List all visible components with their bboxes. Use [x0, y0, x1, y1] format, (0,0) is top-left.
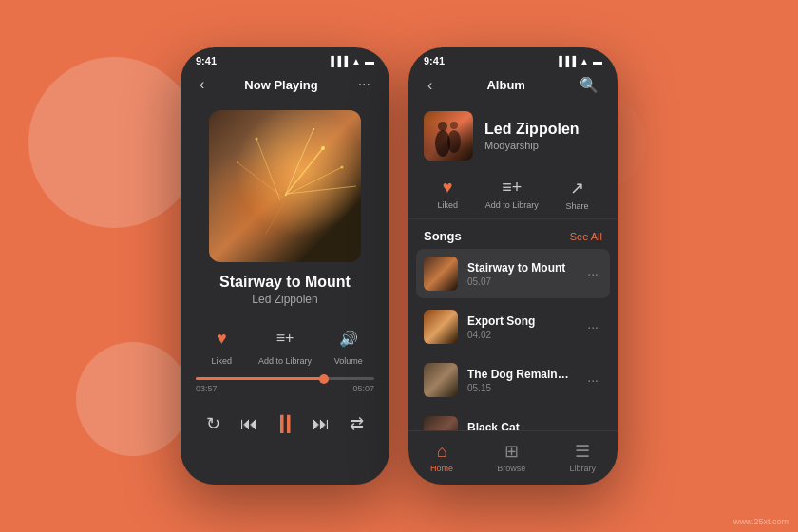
song-thumb [424, 416, 458, 430]
song-row-info: Stairway to Mount 05.07 [467, 261, 583, 287]
bottom-nav: ⌂ Home ⊞ Browse ☰ Library [408, 430, 618, 484]
time-labels: 03:57 05:07 [196, 384, 374, 393]
album-status-icons: ▐▐▐ ▲ ▬ [556, 56, 602, 66]
player-more-button[interactable]: ··· [354, 74, 374, 95]
signal-icon: ▐▐▐ [328, 56, 348, 66]
songs-header: Songs See All [408, 219, 618, 249]
album-text-info: Led Zippolen Modyarship [484, 121, 580, 151]
svg-point-7 [321, 146, 325, 150]
album-wifi-icon: ▲ [580, 56, 589, 66]
action-liked[interactable]: ♥ Liked [206, 323, 237, 366]
nav-item-home[interactable]: ⌂ Home [423, 440, 461, 475]
album-art-svg [424, 111, 473, 157]
album-back-button[interactable]: ‹ [424, 75, 436, 96]
time-total: 05:07 [352, 384, 374, 393]
song-row-duration: 05.15 [467, 383, 583, 393]
player-status-bar: 9:41 ▐▐▐ ▲ ▬ [180, 48, 390, 70]
svg-point-9 [313, 128, 314, 130]
album-actions: ♥ Liked ≡+ Add to Library ↗ Share [408, 168, 618, 219]
action-add-library[interactable]: ≡+ Add to Library [258, 323, 312, 366]
player-song-info: Stairway to Mount Led Zippolen [180, 274, 390, 315]
svg-point-13 [447, 130, 461, 153]
play-pause-button[interactable]: ⏸ [270, 408, 300, 439]
svg-point-15 [450, 122, 458, 129]
player-album-art [209, 110, 361, 262]
player-phone: 9:41 ▐▐▐ ▲ ▬ ‹ Now Playing ··· [180, 48, 390, 484]
volume-icon: 🔊 [333, 323, 364, 353]
song-row-more-button[interactable]: ··· [583, 369, 602, 391]
next-button[interactable]: ⏭ [306, 408, 336, 439]
song-row[interactable]: Stairway to Mount 05.07 ··· [416, 249, 610, 298]
liked-label: Liked [212, 356, 233, 366]
svg-point-11 [237, 162, 238, 163]
wifi-icon: ▲ [352, 56, 361, 66]
action-volume[interactable]: 🔊 Volume [333, 323, 364, 366]
player-status-icons: ▐▐▐ ▲ ▬ [328, 56, 374, 66]
song-row[interactable]: Export Song 04.02 ··· [416, 302, 610, 352]
player-back-button[interactable]: ‹ [196, 74, 208, 95]
browse-nav-label: Browse [497, 464, 525, 473]
song-row-info: Black Cat 05.07 [467, 421, 583, 431]
alb-heart-icon: ♥ [443, 178, 453, 198]
song-list: Stairway to Mount 05.07 ··· Export Song … [408, 249, 618, 430]
svg-point-8 [341, 166, 344, 169]
svg-point-10 [256, 138, 258, 141]
alb-library-icon: ≡+ [502, 178, 522, 198]
song-thumb [424, 256, 458, 291]
svg-line-4 [238, 162, 283, 198]
album-status-bar: 9:41 ▐▐▐ ▲ ▬ [408, 48, 618, 70]
album-thumbnail [424, 111, 473, 161]
song-row-more-button[interactable]: ··· [583, 262, 602, 285]
player-header: ‹ Now Playing ··· [180, 70, 390, 103]
player-action-bar: ♥ Liked ≡+ Add to Library 🔊 Volume [180, 315, 390, 373]
song-row-more-button[interactable]: ··· [583, 315, 602, 338]
time-current: 03:57 [196, 384, 218, 393]
alb-action-share[interactable]: ↗ Share [566, 178, 589, 211]
album-info-section: Led Zippolen Modyarship [408, 104, 618, 168]
album-battery-icon: ▬ [593, 56, 602, 66]
progress-bar[interactable] [196, 377, 374, 380]
song-row-duration: 04.02 [467, 330, 583, 340]
album-search-button[interactable]: 🔍 [576, 74, 602, 96]
nav-item-browse[interactable]: ⊞ Browse [489, 439, 533, 475]
see-all-button[interactable]: See All [570, 231, 602, 242]
song-row-name: Black Cat [467, 421, 572, 431]
shuffle-button[interactable]: ⇄ [341, 408, 371, 439]
progress-fill [196, 377, 324, 380]
song-row-name: Stairway to Mount [467, 261, 572, 275]
album-header-title: Album [486, 78, 524, 92]
svg-line-6 [266, 200, 285, 234]
prev-button[interactable]: ⏮ [234, 408, 264, 439]
song-thumb [424, 363, 458, 397]
song-row-name: Export Song [467, 314, 572, 328]
alb-action-liked[interactable]: ♥ Liked [437, 178, 458, 211]
svg-line-1 [285, 167, 342, 196]
song-row-info: The Dog Remains The Sa... 05.15 [467, 368, 583, 393]
album-name: Led Zippolen [484, 121, 580, 138]
svg-line-0 [285, 148, 323, 196]
album-header: ‹ Album 🔍 [408, 70, 618, 104]
home-nav-icon: ⌂ [437, 442, 447, 462]
player-header-title: Now Playing [244, 78, 317, 92]
songs-label: Songs [424, 229, 462, 243]
player-controls: ↻ ⏮ ⏸ ⏭ ⇄ [180, 401, 390, 448]
song-row[interactable]: Black Cat 05.07 ··· [416, 408, 610, 430]
album-signal-icon: ▐▐▐ [556, 56, 576, 66]
decorative-blob-2 [76, 342, 190, 456]
song-row-info: Export Song 04.02 [467, 314, 583, 340]
alb-action-library[interactable]: ≡+ Add to Library [485, 178, 539, 211]
decorative-blob-1 [28, 57, 200, 228]
add-library-icon: ≡+ [270, 323, 300, 353]
song-row[interactable]: The Dog Remains The Sa... 05.15 ··· [416, 355, 610, 405]
heart-icon: ♥ [206, 323, 237, 353]
battery-icon: ▬ [365, 56, 374, 66]
svg-line-3 [256, 139, 280, 200]
song-row-name: The Dog Remains The Sa... [467, 368, 572, 381]
nav-item-library[interactable]: ☰ Library [561, 439, 603, 475]
progress-knob[interactable] [319, 374, 329, 384]
song-row-more-button[interactable]: ··· [583, 422, 602, 430]
repeat-button[interactable]: ↻ [199, 408, 229, 439]
watermark: www.25xt.com [733, 517, 788, 526]
add-library-label: Add to Library [258, 356, 312, 366]
player-progress-section: 03:57 05:07 [180, 373, 390, 401]
